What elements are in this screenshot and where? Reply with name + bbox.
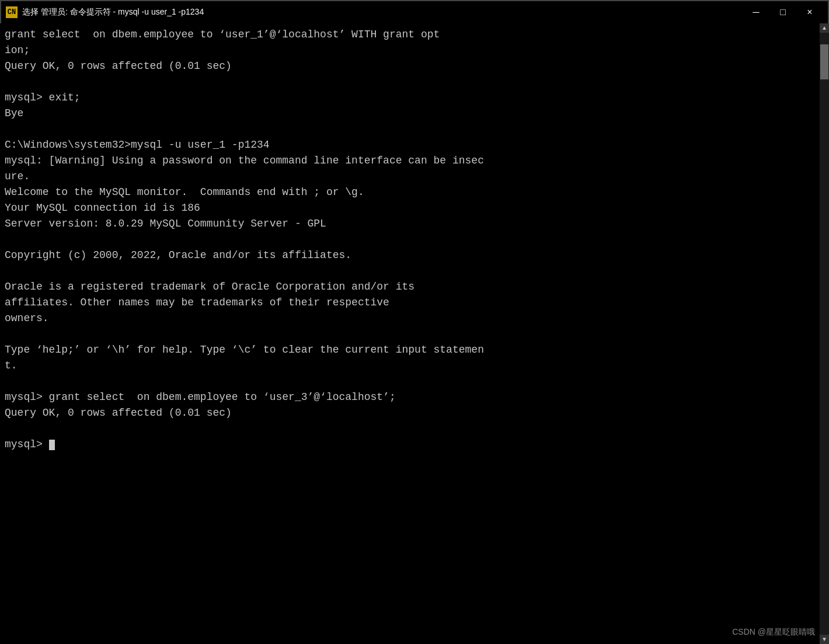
terminal-line-23: mysql> grant select on dbem.employee to … bbox=[5, 389, 815, 405]
terminal-line-8: mysql: [Warning] Using a password on the… bbox=[5, 153, 815, 169]
minimize-button[interactable]: ─ bbox=[743, 3, 769, 22]
terminal-line-21: t. bbox=[5, 358, 815, 374]
terminal-line-18: owners. bbox=[5, 311, 815, 326]
window: CN 选择 管理员: 命令提示符 - mysql -u user_1 -p123… bbox=[0, 0, 829, 644]
maximize-button[interactable]: □ bbox=[769, 3, 796, 22]
terminal-line-5: Bye bbox=[5, 106, 815, 121]
terminal-line-4: mysql> exit; bbox=[5, 90, 815, 106]
terminal-line-7: C:\Windows\system32>mysql -u user_1 -p12… bbox=[5, 137, 815, 153]
terminal-line-14: Copyright (c) 2000, 2022, Oracle and/or … bbox=[5, 248, 815, 263]
terminal-body[interactable]: grant select on dbem.employee to ‘user_1… bbox=[0, 23, 829, 644]
terminal-line-10: Welcome to the MySQL monitor. Commands e… bbox=[5, 185, 815, 200]
terminal-line-6 bbox=[5, 121, 815, 137]
terminal-line-19 bbox=[5, 326, 815, 342]
terminal-prompt-line: mysql> bbox=[5, 437, 815, 452]
terminal-line-2: Query OK, 0 rows affected (0.01 sec) bbox=[5, 58, 815, 74]
close-button[interactable]: × bbox=[796, 3, 823, 22]
terminal-line-top: grant select on dbem.employee to ‘user_1… bbox=[5, 27, 815, 43]
scrollbar-thumb[interactable] bbox=[820, 44, 828, 79]
terminal-line-22 bbox=[5, 374, 815, 389]
window-controls: ─ □ × bbox=[743, 3, 823, 22]
app-icon: CN bbox=[6, 6, 18, 18]
terminal-line-3 bbox=[5, 74, 815, 90]
terminal-line-1: ion; bbox=[5, 43, 815, 58]
scroll-down-arrow[interactable]: ▼ bbox=[820, 635, 829, 644]
scrollbar-track[interactable] bbox=[820, 33, 829, 635]
terminal-line-20: Type ‘help;’ or ‘\h’ for help. Type ‘\c’… bbox=[5, 342, 815, 358]
terminal-line-12: Server version: 8.0.29 MySQL Community S… bbox=[5, 216, 815, 232]
terminal-line-24: Query OK, 0 rows affected (0.01 sec) bbox=[5, 405, 815, 421]
terminal-line-16: Oracle is a registered trademark of Orac… bbox=[5, 279, 815, 295]
scroll-up-arrow[interactable]: ▲ bbox=[820, 23, 829, 33]
titlebar: CN 选择 管理员: 命令提示符 - mysql -u user_1 -p123… bbox=[0, 0, 829, 23]
terminal-line-17: affiliates. Other names may be trademark… bbox=[5, 295, 815, 311]
watermark: CSDN @星星眨眼睛哦 bbox=[732, 626, 815, 638]
terminal-line-13 bbox=[5, 232, 815, 248]
terminal-content: grant select on dbem.employee to ‘user_1… bbox=[5, 26, 815, 639]
terminal-line-11: Your MySQL connection id is 186 bbox=[5, 200, 815, 216]
terminal-cursor bbox=[49, 440, 55, 450]
terminal-line-9: ure. bbox=[5, 169, 815, 185]
window-title: 选择 管理员: 命令提示符 - mysql -u user_1 -p1234 bbox=[22, 7, 743, 18]
scrollbar[interactable]: ▲ ▼ bbox=[820, 23, 829, 644]
terminal-line-25 bbox=[5, 421, 815, 437]
terminal-line-15 bbox=[5, 263, 815, 279]
